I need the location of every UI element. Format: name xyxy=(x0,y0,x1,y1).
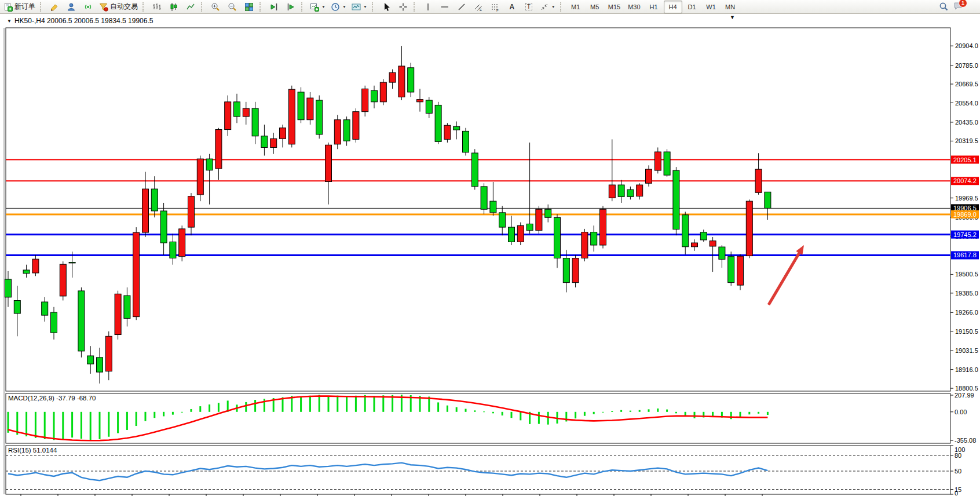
tile-windows-button[interactable] xyxy=(241,1,257,13)
channel-tool-button[interactable]: E xyxy=(470,1,487,13)
signal-icon xyxy=(83,2,93,12)
candlestick-chart-surface[interactable]: 20904.020785.020669.520554.020435.020319… xyxy=(0,14,980,496)
fibonacci-tool-button[interactable]: F xyxy=(487,1,503,13)
svg-text:0: 0 xyxy=(955,490,958,496)
equidistant-channel-icon: E xyxy=(474,2,483,12)
text-tool-icon: A xyxy=(509,3,514,11)
trendline-tool-button[interactable] xyxy=(454,1,470,13)
crayon-button[interactable] xyxy=(46,1,63,13)
toolbar-grip xyxy=(40,2,44,12)
template-button[interactable]: ▼ xyxy=(349,1,370,13)
auto-trading-label: 自动交易 xyxy=(110,2,138,12)
new-order-button[interactable]: 新订单 xyxy=(1,1,38,13)
template-chart-icon xyxy=(352,2,361,12)
svg-text:0.00: 0.00 xyxy=(955,409,967,415)
cursor-tool-button[interactable] xyxy=(378,1,394,13)
vertical-line-tool-button[interactable] xyxy=(420,1,436,13)
market-watch-button[interactable] xyxy=(63,1,79,13)
cursor-icon xyxy=(382,2,391,12)
auto-scroll-button[interactable] xyxy=(283,1,299,13)
arrows-icon xyxy=(540,2,549,12)
symbol-dropdown-icon[interactable]: ▼ xyxy=(7,19,12,24)
bar-chart-button[interactable] xyxy=(149,1,165,13)
toolbar-grip xyxy=(301,2,305,12)
trendline-icon xyxy=(457,2,466,12)
horizontal-line-tool-button[interactable] xyxy=(437,1,453,13)
horizontal-line-icon xyxy=(440,2,449,12)
search-icon[interactable] xyxy=(939,2,949,12)
svg-text:20205.1: 20205.1 xyxy=(953,156,977,163)
toolbar-grip xyxy=(372,2,376,12)
timeframe-button-M30[interactable]: M30 xyxy=(624,1,643,13)
person-icon xyxy=(67,2,76,12)
chart-window[interactable]: ▼ HK50-,H4 20006.5 20006.5 19834.5 19906… xyxy=(0,14,980,496)
toolbar-grip xyxy=(414,2,418,12)
svg-text:19869.0: 19869.0 xyxy=(953,211,977,218)
toolbar-grip xyxy=(560,2,564,12)
svg-text:19150.5: 19150.5 xyxy=(955,328,978,335)
main-toolbar: 新订单 自动交易 xyxy=(0,0,980,14)
period-button[interactable]: ▼ xyxy=(328,1,349,13)
macd-label: MACD(12,26,9) -37.79 -68.70 xyxy=(8,395,96,402)
toolbar-right-tools: 1 xyxy=(939,1,964,13)
label-tool-icon: T xyxy=(525,3,532,10)
label-tool-button[interactable]: T xyxy=(521,1,537,13)
svg-text:19500.5: 19500.5 xyxy=(955,271,978,278)
chevron-down-icon: ▼ xyxy=(321,5,326,9)
notification-badge: 1 xyxy=(959,0,967,8)
new-chart-button[interactable]: ▼ xyxy=(308,1,328,13)
zoom-out-icon xyxy=(228,2,237,12)
svg-text:19969.5: 19969.5 xyxy=(955,195,978,202)
timeframe-button-D1[interactable]: D1 xyxy=(683,1,701,13)
arrows-tool-button[interactable]: ▼ xyxy=(537,1,558,13)
svg-text:19266.0: 19266.0 xyxy=(955,309,978,316)
svg-text:18800.5: 18800.5 xyxy=(955,385,978,392)
chart-title-text: HK50-,H4 20006.5 20006.5 19834.5 19906.5 xyxy=(14,17,153,25)
svg-text:19031.5: 19031.5 xyxy=(955,347,978,354)
svg-text:20435.0: 20435.0 xyxy=(955,119,978,126)
timeframe-button-M15[interactable]: M15 xyxy=(605,1,624,13)
notifications-button[interactable]: 1 xyxy=(953,1,964,13)
zoom-in-button[interactable] xyxy=(207,1,224,13)
crayon-icon xyxy=(50,2,59,12)
new-order-icon xyxy=(3,2,13,12)
svg-text:20785.0: 20785.0 xyxy=(955,62,978,69)
svg-text:20669.5: 20669.5 xyxy=(955,81,978,87)
toolbar-grip xyxy=(142,2,147,12)
svg-text:19617.8: 19617.8 xyxy=(953,251,977,258)
svg-text:80: 80 xyxy=(955,452,961,459)
svg-text:20074.2: 20074.2 xyxy=(953,177,977,184)
svg-text:F: F xyxy=(496,8,499,12)
fibonacci-icon: F xyxy=(491,2,500,12)
text-tool-button[interactable]: A xyxy=(504,1,520,13)
ohlc-bars-icon xyxy=(152,2,162,12)
tile-windows-icon xyxy=(244,2,254,12)
timeframe-button-W1[interactable]: W1 xyxy=(702,1,721,13)
signal-button[interactable] xyxy=(80,1,96,13)
auto-trading-button[interactable]: 自动交易 xyxy=(97,1,140,13)
toolbar-grip xyxy=(201,2,205,12)
timeframe-button-MN[interactable]: MN xyxy=(721,1,740,13)
chart-shift-button[interactable] xyxy=(266,1,282,13)
zoom-out-button[interactable] xyxy=(224,1,240,13)
svg-text:20319.5: 20319.5 xyxy=(955,137,978,144)
chevron-down-icon: ▼ xyxy=(342,5,346,9)
timeframe-button-M5[interactable]: M5 xyxy=(586,1,604,13)
crosshair-tool-button[interactable] xyxy=(395,1,411,13)
timeframe-button-M1[interactable]: M1 xyxy=(566,1,585,13)
svg-text:20554.0: 20554.0 xyxy=(955,100,978,107)
new-order-label: 新订单 xyxy=(14,2,35,12)
candlestick-button[interactable] xyxy=(166,1,182,13)
svg-text:-355.08: -355.08 xyxy=(955,437,976,444)
clock-icon xyxy=(331,2,340,12)
chevron-down-icon: ▼ xyxy=(363,5,367,9)
toolbar-grip xyxy=(259,2,264,12)
vertical-line-icon xyxy=(423,2,433,12)
toolbar-overflow-icon[interactable]: ▼ xyxy=(730,14,735,20)
chart-shift-icon xyxy=(269,2,279,12)
timeframe-button-H1[interactable]: H1 xyxy=(645,1,663,13)
svg-text:19745.2: 19745.2 xyxy=(953,231,977,238)
new-chart-icon xyxy=(310,2,319,12)
line-chart-button[interactable] xyxy=(182,1,199,13)
timeframe-button-H4[interactable]: H4 xyxy=(664,1,682,13)
